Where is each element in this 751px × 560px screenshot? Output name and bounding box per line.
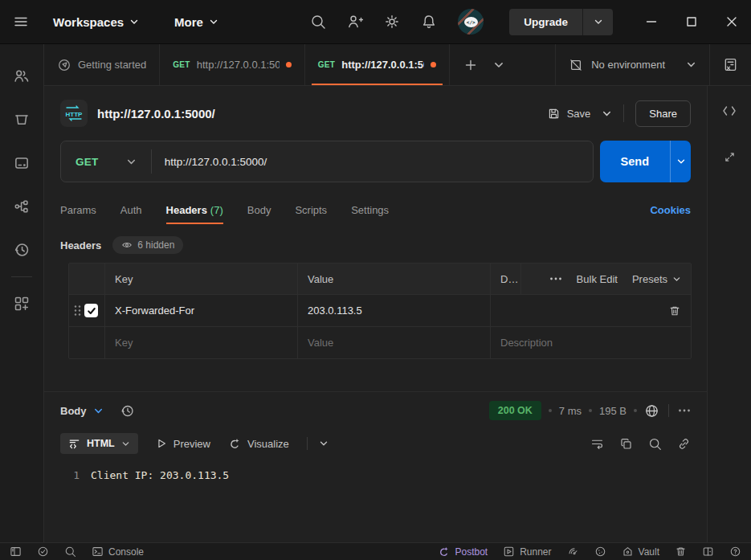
request-title: http://127.0.0.1:5000/: [97, 107, 215, 121]
trash-icon[interactable]: [675, 546, 687, 558]
console-label: Console: [108, 546, 144, 558]
more-menu[interactable]: More: [174, 15, 218, 29]
url-bar: GET http://127.0.0.1:5000/: [60, 141, 594, 182]
runner-icon: [503, 546, 515, 558]
environment-quick-look-icon: [723, 57, 738, 72]
response-body-dropdown[interactable]: Body: [60, 405, 104, 417]
settings-gear-icon[interactable]: [384, 14, 400, 30]
console-icon: [92, 546, 104, 558]
sidebar-toggle-icon[interactable]: [10, 546, 22, 558]
link-icon[interactable]: [677, 437, 691, 451]
network-globe-icon[interactable]: [644, 403, 659, 419]
table-header-select-cell: [69, 264, 105, 294]
cookies-icon[interactable]: [594, 546, 606, 558]
close-button[interactable]: [725, 15, 738, 28]
dot-separator: [634, 409, 637, 412]
method-selector[interactable]: GET: [61, 156, 151, 168]
workspaces-menu[interactable]: Workspaces: [53, 15, 139, 29]
minimize-button[interactable]: [645, 15, 658, 28]
capture-requests-icon[interactable]: [567, 546, 579, 558]
runner-button[interactable]: Runner: [503, 546, 551, 558]
sidebar-mock-servers-icon[interactable]: [0, 141, 43, 185]
format-more-chevron[interactable]: [319, 439, 329, 448]
save-chevron-button[interactable]: [602, 108, 612, 119]
send-chevron-button[interactable]: [670, 141, 691, 182]
hamburger-menu-icon[interactable]: [13, 14, 29, 30]
sidebar-workspace-people-icon[interactable]: [0, 55, 43, 98]
code-snippet-icon[interactable]: [721, 104, 737, 118]
response-format-dropdown[interactable]: HTML: [60, 433, 138, 454]
help-icon[interactable]: [729, 546, 741, 558]
tab-list-chevron[interactable]: [493, 59, 504, 71]
checkmark-circle-icon[interactable]: [37, 546, 49, 558]
postbot-label: Postbot: [455, 546, 488, 558]
response-time[interactable]: 7 ms: [559, 405, 582, 417]
notifications-bell-icon[interactable]: [421, 14, 437, 30]
copy-icon[interactable]: [619, 437, 633, 451]
save-floppy-icon: [547, 107, 561, 121]
resize-panes-icon[interactable]: [723, 150, 737, 164]
user-avatar[interactable]: </>: [458, 9, 484, 35]
tab-request-2[interactable]: GET http://127.0.0.1:50: [160, 44, 304, 85]
response-body-editor[interactable]: 1 Client IP: 203.0.113.5: [44, 458, 707, 542]
upgrade-split-button: Upgrade: [509, 9, 613, 35]
sidebar-new-block-icon[interactable]: [0, 282, 43, 325]
tab-settings[interactable]: Settings: [351, 195, 389, 224]
search-response-icon[interactable]: [648, 437, 662, 451]
send-button[interactable]: Send: [600, 141, 670, 182]
sidebar-history-icon[interactable]: [0, 228, 43, 272]
invite-user-icon[interactable]: [347, 14, 363, 30]
vault-button[interactable]: Vault: [622, 546, 659, 558]
upgrade-chevron-button[interactable]: [582, 9, 613, 35]
cookies-link[interactable]: Cookies: [650, 204, 691, 216]
visualize-button[interactable]: Visualize: [228, 437, 289, 450]
split-pane-icon[interactable]: [702, 546, 714, 558]
postbot-button[interactable]: Postbot: [438, 546, 488, 558]
new-tab-button[interactable]: [464, 59, 477, 72]
wrap-text-icon[interactable]: [590, 437, 604, 451]
drag-handle-icon[interactable]: [74, 305, 81, 317]
tab-body[interactable]: Body: [247, 195, 271, 224]
sparkle-wand-icon: [228, 437, 241, 450]
row-checkbox-checked[interactable]: [84, 304, 98, 317]
upgrade-button[interactable]: Upgrade: [509, 9, 582, 35]
dot-separator: [589, 409, 592, 412]
tab-headers[interactable]: Headers (7): [166, 195, 223, 224]
bulk-edit-button[interactable]: Bulk Edit: [577, 273, 618, 285]
url-input[interactable]: http://127.0.0.1:5000/: [152, 156, 280, 168]
console-button[interactable]: Console: [92, 546, 144, 558]
divider: [623, 104, 624, 122]
response-history-icon[interactable]: [120, 403, 135, 419]
preview-button[interactable]: Preview: [156, 438, 210, 450]
tab-getting-started[interactable]: Getting started: [44, 44, 160, 85]
hidden-headers-toggle[interactable]: 6 hidden: [112, 236, 183, 254]
response-more-options-icon[interactable]: [678, 408, 691, 413]
maximize-button[interactable]: [685, 15, 698, 28]
tab-title: http://127.0.0.1:50: [341, 59, 424, 71]
tab-params[interactable]: Params: [60, 195, 96, 224]
response-body-text: Client IP: 203.0.113.5: [91, 469, 229, 542]
more-options-icon[interactable]: [549, 276, 562, 281]
environment-quick-look-button[interactable]: [709, 44, 751, 85]
tab-auth[interactable]: Auth: [120, 195, 142, 224]
tab-scripts[interactable]: Scripts: [295, 195, 327, 224]
header-key-cell[interactable]: X-Forwarded-For: [105, 295, 298, 326]
sidebar-collections-icon[interactable]: [0, 98, 43, 141]
tab-request-3-active[interactable]: GET http://127.0.0.1:50: [305, 44, 450, 85]
sidebar-flows-icon[interactable]: [0, 185, 43, 228]
environment-selector[interactable]: No environment: [556, 58, 709, 72]
presets-dropdown[interactable]: Presets: [632, 273, 681, 285]
description-placeholder[interactable]: Description: [491, 327, 691, 358]
value-placeholder[interactable]: Value: [298, 327, 491, 358]
find-icon[interactable]: [64, 546, 76, 558]
response-size[interactable]: 195 B: [599, 405, 627, 417]
chevron-down-icon: [594, 17, 603, 27]
key-placeholder[interactable]: Key: [105, 327, 298, 358]
status-badge[interactable]: 200 OK: [489, 401, 541, 420]
tab-strip: Getting started GET http://127.0.0.1:50 …: [44, 44, 751, 86]
save-button[interactable]: Save: [547, 107, 591, 121]
header-value-cell[interactable]: 203.0.113.5: [298, 295, 491, 326]
share-button[interactable]: Share: [635, 100, 691, 127]
search-icon[interactable]: [310, 14, 326, 30]
delete-row-trash-icon[interactable]: [668, 305, 681, 317]
